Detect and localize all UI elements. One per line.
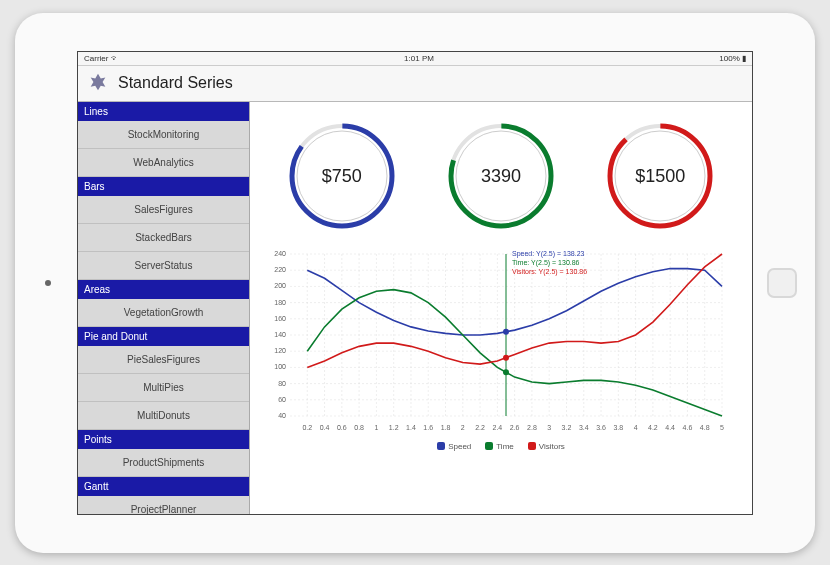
- section-header: Bars: [78, 177, 249, 196]
- svg-text:3.8: 3.8: [613, 424, 623, 431]
- status-bar: Carrier ᯤ 1:01 PM 100% ▮: [78, 52, 752, 66]
- gauge: $1500: [600, 116, 720, 236]
- svg-text:5: 5: [720, 424, 724, 431]
- svg-text:4.8: 4.8: [700, 424, 710, 431]
- sidebar-item[interactable]: MultiDonuts: [78, 402, 249, 430]
- svg-text:80: 80: [278, 379, 286, 386]
- svg-text:200: 200: [274, 282, 286, 289]
- sidebar-item[interactable]: MultiPies: [78, 374, 249, 402]
- svg-text:2.8: 2.8: [527, 424, 537, 431]
- chart-legend: SpeedTimeVisitors: [262, 442, 740, 451]
- gauge: 3390: [441, 116, 561, 236]
- clock-label: 1:01 PM: [119, 54, 720, 63]
- gauges-row: $750 3390 $1500: [262, 116, 740, 236]
- svg-text:2.2: 2.2: [475, 424, 485, 431]
- carrier-label: Carrier ᯤ: [84, 54, 119, 63]
- svg-text:3.2: 3.2: [562, 424, 572, 431]
- main-panel: $750 3390 $1500 0.20.40.60.811.21.41.61.…: [250, 102, 752, 514]
- gauge: $750: [282, 116, 402, 236]
- svg-text:4.4: 4.4: [665, 424, 675, 431]
- sidebar-item[interactable]: WebAnalytics: [78, 149, 249, 177]
- tablet-frame: Carrier ᯤ 1:01 PM 100% ▮ Standard Series…: [15, 13, 815, 553]
- svg-text:1: 1: [374, 424, 378, 431]
- svg-text:120: 120: [274, 347, 286, 354]
- legend-item: Speed: [437, 442, 471, 451]
- chart-svg: 0.20.40.60.811.21.41.61.822.22.42.62.833…: [262, 246, 732, 436]
- svg-text:Speed: Y(2.5) = 138.23: Speed: Y(2.5) = 138.23: [512, 250, 585, 258]
- nav-bar: Standard Series: [78, 66, 752, 102]
- app-logo-icon: [86, 71, 110, 95]
- svg-text:160: 160: [274, 314, 286, 321]
- sidebar-item[interactable]: ProductShipments: [78, 449, 249, 477]
- svg-text:2: 2: [461, 424, 465, 431]
- svg-text:60: 60: [278, 395, 286, 402]
- legend-item: Time: [485, 442, 513, 451]
- sidebar[interactable]: LinesStockMonitoringWebAnalyticsBarsSale…: [78, 102, 250, 514]
- svg-text:Time: Y(2.5) = 130.86: Time: Y(2.5) = 130.86: [512, 259, 580, 267]
- svg-text:4: 4: [634, 424, 638, 431]
- svg-text:1.8: 1.8: [441, 424, 451, 431]
- home-button[interactable]: [767, 268, 797, 298]
- svg-point-84: [503, 354, 509, 360]
- battery-label: 100% ▮: [719, 54, 746, 63]
- svg-text:0.2: 0.2: [302, 424, 312, 431]
- svg-text:1.2: 1.2: [389, 424, 399, 431]
- svg-text:0.8: 0.8: [354, 424, 364, 431]
- legend-item: Visitors: [528, 442, 565, 451]
- sidebar-item[interactable]: ProjectPlanner: [78, 496, 249, 514]
- svg-text:100: 100: [274, 363, 286, 370]
- svg-text:4.6: 4.6: [683, 424, 693, 431]
- svg-point-82: [503, 328, 509, 334]
- section-header: Lines: [78, 102, 249, 121]
- svg-text:4.2: 4.2: [648, 424, 658, 431]
- svg-text:3.6: 3.6: [596, 424, 606, 431]
- svg-point-83: [503, 369, 509, 375]
- line-chart: 0.20.40.60.811.21.41.61.822.22.42.62.833…: [262, 246, 740, 506]
- svg-text:2.4: 2.4: [492, 424, 502, 431]
- svg-text:2.6: 2.6: [510, 424, 520, 431]
- svg-text:1.6: 1.6: [423, 424, 433, 431]
- section-header: Gantt: [78, 477, 249, 496]
- sidebar-item[interactable]: VegetationGrowth: [78, 299, 249, 327]
- svg-text:220: 220: [274, 266, 286, 273]
- screen: Carrier ᯤ 1:01 PM 100% ▮ Standard Series…: [77, 51, 753, 515]
- sidebar-item[interactable]: ServerStatus: [78, 252, 249, 280]
- body: LinesStockMonitoringWebAnalyticsBarsSale…: [78, 102, 752, 514]
- svg-text:3: 3: [547, 424, 551, 431]
- svg-text:0.6: 0.6: [337, 424, 347, 431]
- svg-text:Visitors: Y(2.5) = 130.86: Visitors: Y(2.5) = 130.86: [512, 268, 587, 276]
- svg-text:1.4: 1.4: [406, 424, 416, 431]
- sidebar-item[interactable]: SalesFigures: [78, 196, 249, 224]
- section-header: Areas: [78, 280, 249, 299]
- svg-text:180: 180: [274, 298, 286, 305]
- svg-text:40: 40: [278, 412, 286, 419]
- svg-text:0.4: 0.4: [320, 424, 330, 431]
- section-header: Pie and Donut: [78, 327, 249, 346]
- camera-dot: [45, 280, 51, 286]
- svg-text:3.4: 3.4: [579, 424, 589, 431]
- svg-text:240: 240: [274, 250, 286, 257]
- sidebar-item[interactable]: StackedBars: [78, 224, 249, 252]
- sidebar-item[interactable]: StockMonitoring: [78, 121, 249, 149]
- section-header: Points: [78, 430, 249, 449]
- sidebar-item[interactable]: PieSalesFigures: [78, 346, 249, 374]
- page-title: Standard Series: [118, 74, 233, 92]
- svg-text:140: 140: [274, 331, 286, 338]
